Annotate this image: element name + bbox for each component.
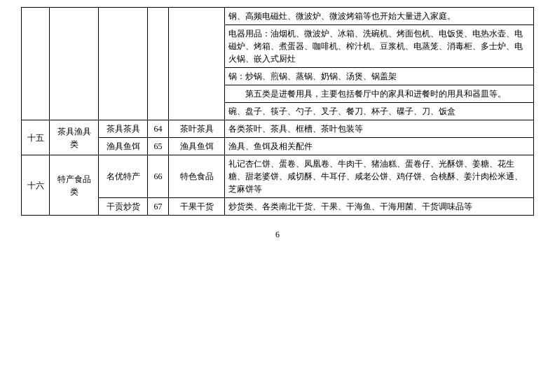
text-row-2: 电器用品：油烟机、微波炉、冰箱、洗碗机、烤面包机、电饭煲、电热水壶、电磁炉、烤箱… bbox=[225, 25, 534, 68]
item-name-66: 特色食品 bbox=[169, 155, 225, 198]
item-desc-65: 渔具、鱼饵及相关配件 bbox=[225, 138, 534, 155]
cell-empty bbox=[99, 8, 148, 120]
table-row: 十六 特产食品类 名优特产 66 特色食品 礼记杏仁饼、蛋卷、凤凰卷、牛肉干、猪… bbox=[22, 155, 534, 198]
item-name-64: 茶叶茶具 bbox=[169, 120, 225, 138]
table-row: 十五 茶具渔具类 茶具茶具 64 茶叶茶具 各类茶叶、茶具、框槽、茶叶包装等 bbox=[22, 120, 534, 138]
item-desc-67: 炒货类、各类南北干货、干果、干海鱼、干海用菌、干货调味品等 bbox=[225, 198, 534, 216]
item-name-65: 渔具鱼饵 bbox=[169, 138, 225, 155]
page-number: 6 bbox=[21, 230, 534, 240]
index-64: 64 bbox=[148, 120, 169, 138]
category-2-64: 茶具茶具 bbox=[99, 120, 148, 138]
item-desc-66: 礼记杏仁饼、蛋卷、凤凰卷、牛肉干、猪油糕、蛋卷仔、光酥饼、姜糖、花生糖、甜老婆饼… bbox=[225, 155, 534, 198]
category-1-16: 特产食品类 bbox=[50, 155, 99, 216]
index-66: 66 bbox=[148, 155, 169, 198]
table-row: 渔具鱼饵 65 渔具鱼饵 渔具、鱼饵及相关配件 bbox=[22, 138, 534, 155]
category-number-16: 十六 bbox=[22, 155, 50, 216]
item-name-67: 干果干货 bbox=[169, 198, 225, 216]
text-row-4: 第五类是进餐用具，主要包括餐厅中的家具和进餐时的用具和器皿等。 bbox=[225, 85, 534, 103]
cell-empty bbox=[169, 8, 225, 120]
cell-empty bbox=[50, 8, 99, 120]
table-row: 钢、高频电磁灶、微波炉、微波烤箱等也开始大量进入家庭。 bbox=[22, 8, 534, 25]
cell-empty bbox=[22, 8, 50, 120]
table-row: 干贡炒货 67 干果干货 炒货类、各类南北干货、干果、干海鱼、干海用菌、干货调味… bbox=[22, 198, 534, 216]
page-container: 钢、高频电磁灶、微波炉、微波烤箱等也开始大量进入家庭。 电器用品：油烟机、微波炉… bbox=[0, 0, 555, 268]
main-table: 钢、高频电磁灶、微波炉、微波烤箱等也开始大量进入家庭。 电器用品：油烟机、微波炉… bbox=[21, 7, 534, 216]
text-row-3: 锅：炒锅、煎锅、蒸锅、奶锅、汤煲、锅盖架 bbox=[225, 68, 534, 85]
item-desc-64: 各类茶叶、茶具、框槽、茶叶包装等 bbox=[225, 120, 534, 138]
index-65: 65 bbox=[148, 138, 169, 155]
category-2-65: 渔具鱼饵 bbox=[99, 138, 148, 155]
text-row-5: 碗、盘子、筷子、勺子、叉子、餐刀、杯子、碟子、刀、饭盒 bbox=[225, 103, 534, 120]
text-row-1: 钢、高频电磁灶、微波炉、微波烤箱等也开始大量进入家庭。 bbox=[225, 8, 534, 25]
index-67: 67 bbox=[148, 198, 169, 216]
category-number-15: 十五 bbox=[22, 120, 50, 155]
category-1-15: 茶具渔具类 bbox=[50, 120, 99, 155]
category-2-66: 名优特产 bbox=[99, 155, 148, 198]
cell-empty bbox=[148, 8, 169, 120]
category-2-67: 干贡炒货 bbox=[99, 198, 148, 216]
